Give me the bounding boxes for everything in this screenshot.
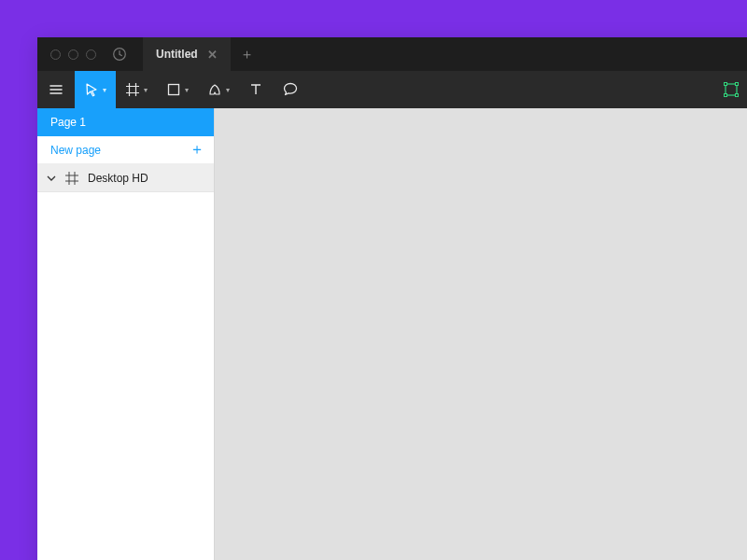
chevron-down-icon: ▾: [226, 86, 230, 94]
svg-rect-1: [169, 85, 179, 95]
new-page-label: New page: [50, 144, 101, 157]
toolbar: ▾ ▾ ▾ ▾: [37, 71, 747, 108]
canvas[interactable]: [215, 108, 747, 560]
cursor-icon: [84, 82, 99, 97]
comment-icon: [282, 81, 299, 98]
pen-tool-button[interactable]: ▾: [198, 71, 239, 108]
svg-rect-5: [725, 94, 727, 97]
window-controls: [37, 49, 96, 60]
layers-panel: Page 1 New page ＋ Desktop HD: [37, 108, 215, 560]
shape-tool-button[interactable]: ▾: [157, 71, 198, 108]
frame-icon: [125, 82, 140, 97]
svg-rect-4: [736, 83, 739, 86]
new-page-row[interactable]: New page ＋: [37, 136, 214, 164]
text-tool-button[interactable]: [239, 71, 273, 108]
page-label: Page 1: [50, 116, 86, 129]
file-tab[interactable]: Untitled ✕: [143, 37, 231, 71]
menu-button[interactable]: [37, 71, 75, 108]
pen-icon: [207, 82, 222, 97]
layer-row[interactable]: Desktop HD: [37, 164, 214, 192]
app-window: Untitled ✕ ＋ ▾ ▾ ▾: [37, 37, 747, 560]
bounding-box-icon: [723, 81, 740, 98]
svg-rect-3: [725, 83, 727, 86]
plus-icon[interactable]: ＋: [190, 140, 204, 160]
minimize-window-icon[interactable]: [68, 49, 78, 60]
frame-icon: [65, 172, 78, 185]
square-icon: [166, 82, 181, 97]
chevron-down-icon: ▾: [185, 86, 189, 94]
workspace: Page 1 New page ＋ Desktop HD: [37, 108, 747, 560]
hamburger-icon: [49, 82, 63, 97]
collapse-icon[interactable]: [47, 174, 56, 183]
move-tool-button[interactable]: ▾: [75, 71, 116, 108]
close-window-icon[interactable]: [50, 49, 61, 60]
tab-title: Untitled: [156, 48, 198, 61]
history-icon[interactable]: [112, 47, 127, 62]
layer-name: Desktop HD: [88, 172, 148, 185]
comment-tool-button[interactable]: [273, 71, 308, 108]
chevron-down-icon: ▾: [144, 86, 148, 94]
maximize-window-icon[interactable]: [86, 49, 96, 60]
titlebar: Untitled ✕ ＋: [37, 37, 747, 71]
text-icon: [248, 82, 263, 97]
new-tab-button[interactable]: ＋: [231, 46, 264, 63]
chevron-down-icon: ▾: [103, 86, 106, 94]
close-tab-icon[interactable]: ✕: [207, 48, 218, 62]
components-button[interactable]: [713, 71, 747, 108]
current-page-row[interactable]: Page 1: [37, 108, 214, 136]
svg-rect-6: [736, 94, 739, 97]
frame-tool-button[interactable]: ▾: [116, 71, 157, 108]
